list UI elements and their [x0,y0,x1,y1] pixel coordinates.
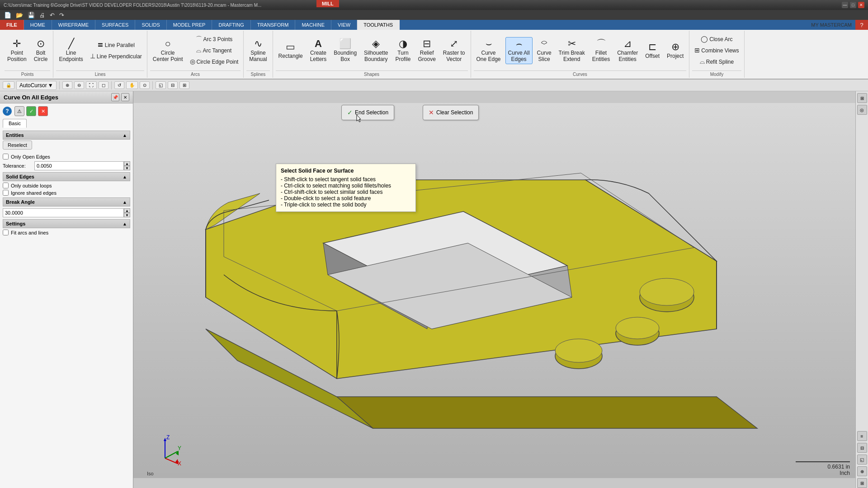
fit-btn[interactable]: ⛶ [86,81,97,89]
only-open-edges-checkbox[interactable] [3,154,9,160]
new-btn[interactable]: 📄 [3,11,13,19]
tolerance-down-button[interactable]: ▼ [124,166,130,170]
arc-tangent-button[interactable]: ⌓ Arc Tangent [188,46,241,56]
filter-btn[interactable]: ⊟ [168,81,178,89]
snap-btn[interactable]: ⊙ [140,81,150,89]
bounding-box-button[interactable]: ⬜ BoundingBox [331,37,359,64]
break-angle-up-button[interactable]: ▲ [124,208,130,213]
ok-button[interactable]: ✓ [26,106,36,116]
tab-drafting[interactable]: DRAFTING [212,20,250,30]
layer-icon[interactable]: ≡ [857,431,867,441]
chamfer-entities-button[interactable]: ⊿ ChamferEntities [614,37,641,64]
display-icon[interactable]: ◱ [857,455,867,465]
open-btn[interactable]: 📂 [14,11,24,19]
tab-view[interactable]: VIEW [331,20,357,30]
end-selection-button[interactable]: ✓ End Selection [341,105,394,120]
maximize-button[interactable]: □ [850,2,856,8]
tab-surfaces[interactable]: SURFACES [95,20,135,30]
bolt-circle-button[interactable]: ⊙ BoltCircle [31,37,51,64]
cancel-button[interactable]: ✕ [38,106,48,116]
pan-btn[interactable]: ✋ [126,81,138,89]
raster-to-vector-button[interactable]: ⤢ Raster toVector [440,37,468,64]
lines-buttons: ╱ LineEndpoints 〓 Line Parallel ⊥ Line P… [56,32,144,70]
spline-manual-button[interactable]: ∿ SplineManual [246,37,269,64]
create-letters-button[interactable]: A CreateLetters [307,37,330,64]
curve-slice-button[interactable]: ⌔ CurveSlice [534,37,554,64]
tab-machine[interactable]: MACHINE [295,20,331,30]
break-angle-field[interactable] [3,208,124,217]
warning-button[interactable]: ⚠ [14,106,24,116]
view-btn[interactable]: ◻ [99,81,108,89]
properties-icon[interactable]: ⊟ [857,443,867,453]
shapes-buttons: ▭ Rectangle A CreateLetters ⬜ BoundingBo… [276,32,468,70]
arc-3points-icon: ⌒ [196,36,202,42]
break-angle-section-header[interactable]: Break Angle ▲ [3,197,130,206]
select-btn[interactable]: ◱ [156,81,166,89]
close-button[interactable]: ✕ [858,2,864,8]
mill-indicator: MILL [316,0,339,7]
grid-icon[interactable]: ⊞ [857,478,867,488]
redo-btn[interactable]: ↷ [58,11,66,19]
lock-btn[interactable]: 🔒 [3,81,14,89]
trim-break-extend-icon: ✂ [568,39,576,49]
entities-section-header[interactable]: Entities ▲ [3,131,130,140]
tab-file[interactable]: FILE [0,20,24,30]
arc-3points-button[interactable]: ⌒ Arc 3 Points [188,34,241,44]
tab-model-prep[interactable]: MODEL PREP [167,20,212,30]
break-angle-down-button[interactable]: ▼ [124,213,130,217]
help-icon[interactable]: ? [3,107,12,116]
save-btn[interactable]: 💾 [26,11,36,19]
refit-spline-button[interactable]: ⌓ Refit Spline [692,57,741,67]
solid-edges-section-header[interactable]: Solid Edges ▲ [3,172,130,181]
viewport[interactable]: Select Solid Face or Surface - Shift-cli… [133,91,868,488]
tab-solids[interactable]: SOLIDS [135,20,166,30]
line-perpendicular-button[interactable]: ⊥ Line Perpendicular [88,52,144,61]
zoom-in-btn[interactable]: ⊕ [62,81,72,89]
rotate-btn[interactable]: ↺ [114,81,124,89]
print-btn[interactable]: 🖨 [38,11,47,19]
ignore-shared-edges-checkbox[interactable] [3,190,9,196]
tab-home[interactable]: HOME [24,20,52,30]
analysis-icon[interactable]: ⊕ [857,466,867,476]
help-button[interactable]: ? [855,20,868,30]
curve-one-edge-button[interactable]: ⌣ CurveOne Edge [474,37,504,64]
fit-arcs-checkbox[interactable] [3,230,9,235]
rectangle-button[interactable]: ▭ Rectangle [276,40,306,61]
trim-break-extend-button[interactable]: ✂ Trim BreakExtend [556,37,588,64]
combine-views-button[interactable]: ⊞ Combine Views [692,46,741,56]
tab-basic[interactable]: Basic [3,119,27,128]
zoom-out-btn[interactable]: ⊖ [74,81,84,89]
circle-center-point-button[interactable]: ○ CircleCenter Point [150,37,186,64]
close-arc-button[interactable]: ◯ Close Arc [692,34,741,44]
minimize-button[interactable]: — [842,2,848,8]
point-position-button[interactable]: ✛ PointPosition [5,37,29,64]
undo-btn[interactable]: ↶ [48,11,56,19]
view-cube-icon[interactable]: ⊞ [857,93,867,103]
panel-pin-button[interactable]: 📌 [111,93,119,101]
tolerance-field[interactable] [34,161,124,170]
settings-section-header[interactable]: Settings ▲ [3,219,130,228]
tab-toolpaths[interactable]: TOOLPATHS [357,20,400,30]
relief-groove-button[interactable]: ⊟ ReliefGroove [415,37,438,64]
project-button[interactable]: ⊕ Project [664,40,686,61]
turn-profile-button[interactable]: ◑ TurnProfile [392,37,413,64]
clear-selection-button[interactable]: ✕ Clear Selection [423,105,479,120]
analysis-btn[interactable]: ⊞ [179,81,189,89]
line-parallel-button[interactable]: 〓 Line Parallel [88,40,144,50]
view-orient-icon[interactable]: ◎ [857,105,867,115]
tab-wireframe[interactable]: WIREFRAME [52,20,95,30]
tab-transform[interactable]: TRANSFORM [251,20,296,30]
circle-edge-point-button[interactable]: ◎ Circle Edge Point [188,57,241,67]
autocursor-dropdown[interactable]: AutoCursor ▼ [16,81,57,90]
panel-close-button[interactable]: ✕ [121,93,129,101]
line-endpoints-button[interactable]: ╱ LineEndpoints [56,37,85,64]
autocursor-label: AutoCursor [19,82,47,89]
silhouette-boundary-button[interactable]: ◈ SilhouetteBoundary [361,37,391,64]
curve-all-edges-button[interactable]: ⌢ Curve AllEdges [505,37,533,64]
tooltip-title: Select Solid Face or Surface [281,168,411,174]
tolerance-up-button[interactable]: ▲ [124,161,130,166]
only-outside-loops-checkbox[interactable] [3,183,9,188]
fillet-entities-button[interactable]: ⌒ FilletEntities [590,37,613,64]
offset-button[interactable]: ⊏ Offset [642,40,662,61]
reselect-button[interactable]: Reselect [3,141,32,150]
